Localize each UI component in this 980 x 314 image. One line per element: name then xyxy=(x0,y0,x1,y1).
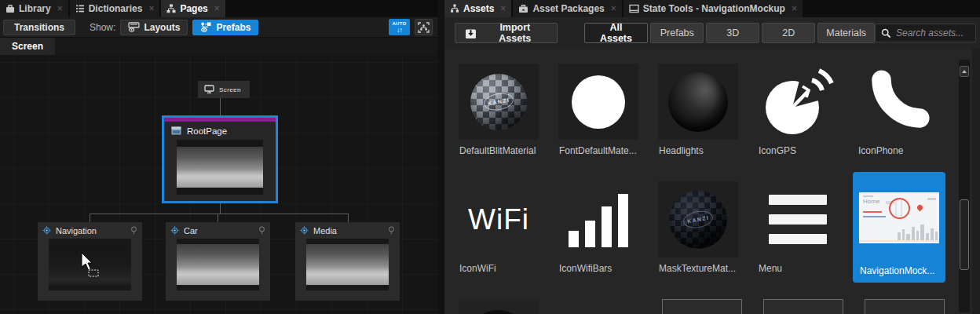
state-tools-icon xyxy=(629,4,639,13)
tab-dictionaries[interactable]: Dictionaries × xyxy=(70,0,160,17)
phone-icon xyxy=(863,68,932,137)
connector-line xyxy=(220,98,221,115)
tab-dictionaries-label: Dictionaries xyxy=(89,3,143,14)
mockup-roundabout xyxy=(889,198,910,219)
asset-tile[interactable]: IconGPS xyxy=(758,64,838,156)
page-icon xyxy=(171,126,181,135)
asset-name: Headlights xyxy=(658,145,738,156)
node-rootpage[interactable]: RootPage xyxy=(162,115,278,203)
asset-tile[interactable]: WiFi IconWiFi xyxy=(459,181,539,274)
lightbulb-icon[interactable] xyxy=(258,226,265,235)
tab-assets-label: Assets xyxy=(463,3,494,14)
asset-name: DefaultBlitMaterial xyxy=(459,145,539,156)
lightbulb-icon[interactable] xyxy=(388,226,395,235)
sort-arrows-icon: ↓↑ xyxy=(397,27,402,34)
asset-name: IconPhone xyxy=(858,145,938,156)
lightbulb-icon[interactable] xyxy=(130,226,137,235)
navigation-mockup-preview: Home 600m xyxy=(859,192,939,243)
target-icon xyxy=(42,226,51,235)
mockup-decor xyxy=(863,211,882,213)
node-media-preview xyxy=(306,239,389,290)
prefabs-icon xyxy=(200,22,212,32)
kanzi-brand-text: KANZI xyxy=(682,209,714,230)
asset-tile-partial[interactable] xyxy=(662,299,742,314)
tab-asset-packages[interactable]: Asset Packages × xyxy=(513,0,621,17)
monitor-icon xyxy=(204,85,214,94)
node-screen[interactable]: Screen xyxy=(198,81,250,98)
show-label: Show: xyxy=(90,22,115,33)
connector-line xyxy=(90,214,90,222)
tab-assets[interactable]: Assets × xyxy=(444,0,511,17)
node-navigation-header: Navigation xyxy=(38,222,142,239)
node-screen-label: Screen xyxy=(219,86,241,93)
filter-prefabs[interactable]: Prefabs xyxy=(650,23,704,43)
scroll-up-button[interactable] xyxy=(960,66,969,77)
filter-materials[interactable]: Materials xyxy=(817,23,875,43)
mockup-decor xyxy=(863,216,886,217)
pages-panel: Library × Dictionaries × Pages × Transit… xyxy=(0,0,437,314)
layouts-toggle[interactable]: Layouts xyxy=(120,20,188,35)
asset-tile[interactable]: Headlights xyxy=(658,64,738,156)
node-car-preview xyxy=(177,239,259,290)
wifi-text-preview: WiFi xyxy=(468,203,529,236)
graph-view-tabstrip: Screen xyxy=(0,38,437,55)
target-icon xyxy=(300,226,309,235)
asset-thumbnail xyxy=(558,64,638,140)
right-tabbar: Assets × Asset Packages × State Tools - … xyxy=(444,0,980,17)
asset-thumbnail xyxy=(858,64,938,140)
asset-tile[interactable]: KANZI DefaultBlitMaterial xyxy=(459,64,539,156)
close-icon[interactable]: × xyxy=(214,4,220,13)
mockup-decor xyxy=(863,195,873,197)
asset-tile[interactable]: Menu xyxy=(758,181,838,274)
asset-name: IconWifiBars xyxy=(558,263,638,274)
asset-tile[interactable]: FontDefaultMate... xyxy=(558,64,638,156)
close-icon[interactable]: × xyxy=(500,4,506,13)
page-graph-canvas[interactable]: Screen RootPage Navigation xyxy=(0,55,437,314)
asset-name: IconWiFi xyxy=(459,263,539,274)
close-icon[interactable]: × xyxy=(611,4,616,13)
asset-tile[interactable]: IconWifiBars xyxy=(558,181,638,274)
filter-3d[interactable]: 3D xyxy=(706,23,759,43)
asset-tile-partial[interactable] xyxy=(459,299,539,314)
transitions-button[interactable]: Transitions xyxy=(3,20,75,35)
node-media[interactable]: Media xyxy=(295,222,400,301)
asset-search-input[interactable] xyxy=(896,27,970,38)
tab-library[interactable]: Library × xyxy=(0,0,68,17)
scrollbar-thumb[interactable] xyxy=(960,199,969,270)
library-icon xyxy=(5,4,15,13)
connector-line xyxy=(220,203,221,214)
node-car-header: Car xyxy=(166,222,270,239)
prefabs-toggle[interactable]: Prefabs xyxy=(192,20,258,35)
asset-tile-partial[interactable] xyxy=(763,299,843,314)
vertical-scrollbar[interactable] xyxy=(959,60,970,312)
close-icon[interactable]: × xyxy=(57,4,63,13)
filter-2d[interactable]: 2D xyxy=(762,23,815,43)
asset-thumbnail xyxy=(758,64,838,140)
panel-splitter[interactable] xyxy=(437,0,444,314)
connector-line xyxy=(218,214,218,222)
tab-state-tools[interactable]: State Tools - NavigationMockup × xyxy=(623,0,803,17)
pages-toolbar: Transitions Show: Layouts Prefabs AUTO ↓… xyxy=(0,17,437,38)
node-navigation[interactable]: Navigation xyxy=(38,222,142,301)
screen-view-tab[interactable]: Screen xyxy=(0,38,55,55)
filter-all-assets[interactable]: All Assets xyxy=(584,23,649,43)
import-assets-button[interactable]: Import Assets xyxy=(455,23,558,43)
asset-name: FontDefaultMate... xyxy=(558,145,638,156)
auto-arrange-button[interactable]: AUTO ↓↑ xyxy=(389,19,410,35)
close-icon[interactable]: × xyxy=(148,4,154,13)
tab-pages[interactable]: Pages × xyxy=(161,0,225,17)
asset-grid: KANZI DefaultBlitMaterial FontDefaultMat… xyxy=(444,49,980,314)
asset-tile-partial[interactable] xyxy=(865,299,945,314)
tab-library-label: Library xyxy=(19,3,51,14)
fit-graph-button[interactable] xyxy=(415,19,433,35)
assets-panel: Assets × Asset Packages × State Tools - … xyxy=(444,0,980,314)
node-media-header: Media xyxy=(295,222,400,239)
font-material-preview xyxy=(572,75,625,129)
node-media-label: Media xyxy=(313,226,337,236)
node-car[interactable]: Car xyxy=(166,222,270,301)
asset-tile[interactable]: IconPhone xyxy=(858,64,938,156)
close-icon[interactable]: × xyxy=(792,4,797,13)
asset-search-box[interactable] xyxy=(875,24,976,42)
asset-tile-selected[interactable]: Home 600m NavigationMock... xyxy=(853,172,945,283)
asset-tile[interactable]: KANZI MaskTextureMat... xyxy=(658,181,738,274)
